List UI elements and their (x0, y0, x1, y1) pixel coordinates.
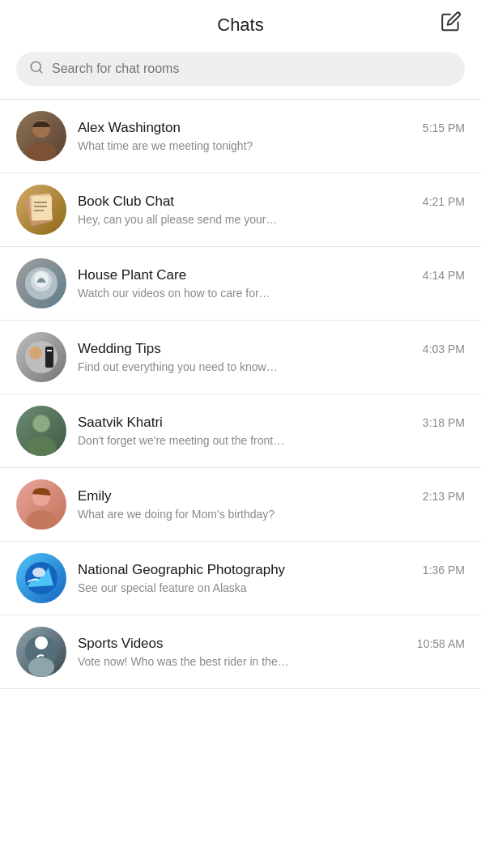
chat-time-saatvik-khatri: 3:18 PM (423, 416, 465, 429)
avatar-emily (16, 479, 66, 530)
chat-preview-emily: What are we doing for Mom's birthday? (78, 508, 465, 521)
chat-name-book-club-chat: Book Club Chat (78, 194, 174, 210)
search-input[interactable] (52, 62, 452, 76)
chat-time-sports-videos: 10:58 AM (417, 637, 465, 650)
chat-time-national-geographic-photography: 1:36 PM (423, 564, 465, 577)
chat-top-row-house-plant-care: House Plant Care 4:14 PM (78, 267, 465, 283)
chat-item-wedding-tips[interactable]: Wedding Tips 4:03 PM Find out everything… (0, 321, 481, 394)
chat-name-national-geographic-photography: National Geographic Photography (78, 562, 285, 578)
search-container (0, 45, 481, 99)
chat-name-saatvik-khatri: Saatvik Khatri (78, 415, 163, 431)
chat-content-wedding-tips: Wedding Tips 4:03 PM Find out everything… (78, 341, 465, 373)
chat-name-emily: Emily (78, 488, 112, 504)
svg-point-25 (33, 415, 49, 432)
avatar-alex-washington (16, 111, 66, 161)
chat-top-row-national-geographic-photography: National Geographic Photography 1:36 PM (78, 562, 465, 578)
app-container: Chats (0, 0, 481, 689)
chat-preview-house-plant-care: Watch our videos on how to care for… (78, 287, 465, 300)
chat-name-alex-washington: Alex Washington (78, 120, 181, 136)
chat-item-house-plant-care[interactable]: House Plant Care 4:14 PM Watch our video… (0, 247, 481, 321)
svg-point-19 (29, 347, 42, 360)
chat-preview-book-club-chat: Hey, can you all please send me your… (78, 213, 465, 226)
chat-list: Alex Washington 5:15 PM What time are we… (0, 100, 481, 689)
search-bar (16, 52, 465, 86)
svg-point-35 (28, 657, 54, 677)
chat-content-sports-videos: Sports Videos 10:58 AM Vote now! Who was… (78, 636, 465, 668)
chat-top-row-wedding-tips: Wedding Tips 4:03 PM (78, 341, 465, 357)
avatar-book-club-chat (16, 185, 66, 235)
chat-top-row-saatvik-khatri: Saatvik Khatri 3:18 PM (78, 415, 465, 431)
avatar-national-geographic-photography (16, 553, 66, 603)
chat-top-row-sports-videos: Sports Videos 10:58 AM (78, 636, 465, 652)
chat-name-sports-videos: Sports Videos (78, 636, 164, 652)
chat-item-saatvik-khatri[interactable]: Saatvik Khatri 3:18 PM Don't forget we'r… (0, 394, 481, 468)
header: Chats (0, 0, 481, 45)
svg-line-1 (39, 70, 41, 72)
chat-time-alex-washington: 5:15 PM (423, 121, 465, 134)
avatar-house-plant-care (16, 258, 66, 308)
chat-time-emily: 2:13 PM (423, 490, 465, 503)
chat-preview-sports-videos: Vote now! Who was the best rider in the… (78, 655, 465, 668)
chat-content-emily: Emily 2:13 PM What are we doing for Mom'… (78, 488, 465, 521)
svg-rect-21 (47, 350, 52, 351)
chat-item-sports-videos[interactable]: Sports Videos 10:58 AM Vote now! Who was… (0, 615, 481, 689)
chat-item-alex-washington[interactable]: Alex Washington 5:15 PM What time are we… (0, 100, 481, 173)
avatar-sports-videos (16, 627, 66, 677)
chat-content-house-plant-care: House Plant Care 4:14 PM Watch our video… (78, 267, 465, 300)
compose-icon (441, 11, 462, 32)
chat-top-row-emily: Emily 2:13 PM (78, 488, 465, 504)
chat-content-book-club-chat: Book Club Chat 4:21 PM Hey, can you all … (78, 194, 465, 226)
chat-preview-national-geographic-photography: See our special feature on Alaska (78, 581, 465, 594)
chat-top-row-book-club-chat: Book Club Chat 4:21 PM (78, 194, 465, 210)
chat-item-book-club-chat[interactable]: Book Club Chat 4:21 PM Hey, can you all … (0, 173, 481, 247)
svg-point-34 (35, 636, 48, 649)
page-title: Chats (217, 15, 263, 36)
chat-time-book-club-chat: 4:21 PM (423, 195, 465, 208)
chat-content-saatvik-khatri: Saatvik Khatri 3:18 PM Don't forget we'r… (78, 415, 465, 447)
svg-point-31 (32, 568, 45, 577)
chat-preview-wedding-tips: Find out everything you need to know… (78, 360, 465, 373)
compose-button[interactable] (437, 8, 465, 38)
chat-content-national-geographic-photography: National Geographic Photography 1:36 PM … (78, 562, 465, 594)
svg-rect-20 (45, 347, 53, 368)
chat-item-emily[interactable]: Emily 2:13 PM What are we doing for Mom'… (0, 468, 481, 542)
chat-item-national-geographic-photography[interactable]: National Geographic Photography 1:36 PM … (0, 542, 481, 615)
avatar-wedding-tips (16, 332, 66, 382)
search-icon (29, 60, 44, 78)
chat-time-house-plant-care: 4:14 PM (423, 269, 465, 282)
avatar-saatvik-khatri (16, 406, 66, 456)
chat-time-wedding-tips: 4:03 PM (423, 343, 465, 355)
chat-name-wedding-tips: Wedding Tips (78, 341, 161, 357)
chat-preview-alex-washington: What time are we meeting tonight? (78, 139, 465, 152)
chat-preview-saatvik-khatri: Don't forget we're meeting out the front… (78, 434, 465, 447)
chat-top-row-alex-washington: Alex Washington 5:15 PM (78, 120, 465, 136)
svg-rect-9 (32, 196, 52, 220)
chat-content-alex-washington: Alex Washington 5:15 PM What time are we… (78, 120, 465, 152)
chat-name-house-plant-care: House Plant Care (78, 267, 186, 283)
